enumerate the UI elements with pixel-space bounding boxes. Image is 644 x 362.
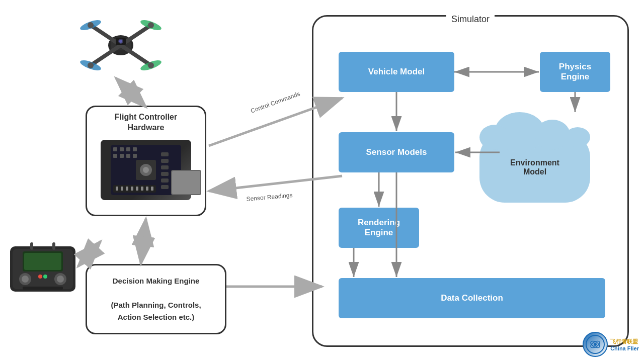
watermark-line1: 飞行者联盟	[610, 338, 639, 345]
simulator-box: Simulator Vehicle Model Physics Engine S…	[312, 15, 629, 347]
flight-controller-label: Flight Controller Hardware	[115, 112, 177, 133]
svg-point-61	[38, 275, 42, 279]
svg-rect-27	[113, 185, 156, 193]
svg-rect-16	[133, 147, 137, 151]
svg-rect-28	[116, 187, 118, 191]
svg-line-41	[121, 45, 151, 65]
flight-controller-hardware-visual	[101, 140, 191, 200]
svg-rect-34	[146, 187, 148, 191]
svg-line-73	[141, 219, 146, 264]
svg-rect-56	[24, 253, 61, 270]
svg-point-52	[119, 40, 122, 43]
svg-rect-63	[30, 242, 33, 250]
svg-rect-22	[161, 159, 169, 163]
vehicle-model-box: Vehicle Model	[339, 52, 454, 92]
environment-model-cloud: Environment Model	[474, 117, 595, 218]
watermark: 飞行者联盟 China Flier	[583, 332, 639, 357]
decision-making-box: Decision Making Engine (Path Planning, C…	[86, 264, 226, 334]
svg-line-74	[78, 241, 101, 266]
svg-rect-21	[161, 152, 169, 156]
svg-rect-24	[161, 172, 169, 176]
svg-point-48	[88, 62, 94, 68]
watermark-text-container: 飞行者联盟 China Flier	[610, 338, 639, 351]
svg-rect-23	[161, 165, 169, 169]
svg-point-20	[143, 167, 149, 173]
environment-model-label: Environment Model	[510, 158, 559, 176]
svg-point-79	[594, 343, 597, 346]
data-collection-box: Data Collection	[339, 278, 605, 318]
simulator-label: Simulator	[446, 14, 495, 25]
rendering-engine-box: Rendering Engine	[339, 208, 419, 248]
svg-rect-65	[23, 287, 63, 290]
svg-rect-13	[113, 154, 117, 158]
watermark-logo	[583, 332, 608, 357]
svg-point-62	[43, 275, 47, 279]
svg-rect-31	[131, 187, 133, 191]
pcb-svg	[111, 145, 181, 195]
drone-svg	[75, 8, 166, 83]
svg-rect-64	[52, 242, 55, 250]
svg-point-49	[148, 62, 154, 68]
svg-rect-32	[136, 187, 138, 191]
svg-rect-29	[121, 187, 123, 191]
decision-making-label: Decision Making Engine (Path Planning, C…	[111, 275, 201, 323]
fc-hardware-sub	[171, 170, 201, 195]
svg-point-46	[88, 22, 94, 28]
radio-controller-image	[8, 241, 78, 302]
svg-rect-17	[133, 154, 137, 158]
svg-rect-10	[113, 147, 117, 151]
control-commands-label: Control Commands	[250, 90, 301, 115]
svg-rect-26	[161, 185, 169, 189]
svg-rect-35	[151, 187, 153, 191]
svg-point-47	[148, 22, 154, 28]
svg-line-40	[91, 45, 121, 65]
svg-rect-11	[120, 147, 124, 151]
watermark-line2: China Flier	[610, 345, 639, 351]
svg-rect-30	[126, 187, 128, 191]
radio-svg	[8, 241, 78, 302]
svg-rect-12	[126, 147, 130, 151]
diagram-container: Simulator Vehicle Model Physics Engine S…	[0, 0, 644, 362]
svg-rect-14	[120, 154, 124, 158]
svg-rect-33	[141, 187, 143, 191]
sensor-readings-label: Sensor Readings	[246, 192, 293, 203]
svg-point-60	[57, 276, 64, 283]
flight-controller-box: Flight Controller Hardware	[86, 106, 206, 216]
svg-rect-25	[161, 178, 169, 183]
sensor-models-box: Sensor Models	[339, 132, 454, 172]
drone-image	[75, 8, 166, 83]
svg-rect-15	[126, 154, 130, 158]
svg-point-58	[22, 276, 29, 283]
physics-engine-box: Physics Engine	[540, 52, 610, 92]
